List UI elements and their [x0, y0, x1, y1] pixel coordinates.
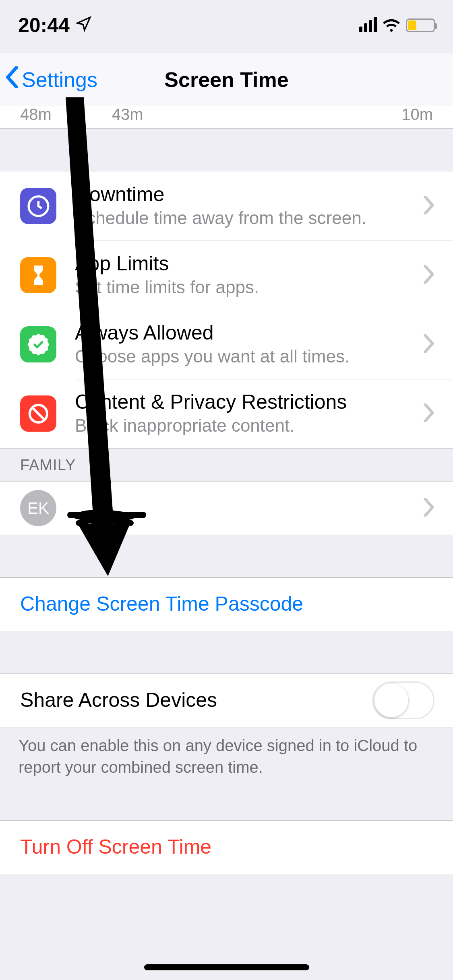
svg-line-2 — [32, 408, 44, 420]
home-indicator — [144, 964, 309, 970]
peek-value: 10m — [401, 106, 433, 124]
chevron-right-icon — [423, 404, 434, 424]
turn-off-screen-time-row[interactable]: Turn Off Screen Time — [0, 821, 453, 874]
battery-icon — [406, 19, 435, 32]
content-area: 48m 43m 10m Downtime Schedule time away … — [0, 106, 453, 980]
chevron-right-icon — [423, 334, 434, 354]
share-across-devices-row[interactable]: Share Across Devices — [0, 674, 453, 727]
screentime-settings-group: Downtime Schedule time away from the scr… — [0, 171, 453, 449]
chevron-right-icon — [423, 265, 434, 285]
family-member-row[interactable]: EK — [0, 482, 453, 535]
nav-bar: Settings Screen Time — [0, 53, 453, 106]
downtime-row[interactable]: Downtime Schedule time away from the scr… — [0, 171, 453, 241]
peek-value: 43m — [112, 106, 143, 124]
status-bar: 20:44 — [0, 0, 453, 53]
chevron-left-icon — [5, 66, 19, 93]
always-allowed-icon — [20, 326, 56, 362]
row-subtitle: Block inappropriate content. — [75, 415, 415, 436]
app-limits-icon — [20, 257, 56, 293]
row-subtitle: Set time limits for apps. — [75, 277, 415, 298]
location-icon — [75, 14, 92, 37]
content-restrictions-row[interactable]: Content & Privacy Restrictions Block ina… — [0, 379, 453, 448]
row-title: Share Across Devices — [20, 689, 364, 712]
row-subtitle: Schedule time away from the screen. — [75, 208, 415, 229]
app-limits-row[interactable]: App Limits Set time limits for apps. — [0, 241, 453, 310]
usage-chart-peek: 48m 43m 10m — [0, 106, 453, 129]
back-button[interactable]: Settings — [5, 66, 97, 93]
family-group: EK — [0, 481, 453, 535]
row-subtitle: Choose apps you want at all times. — [75, 346, 415, 367]
chevron-right-icon — [423, 196, 434, 216]
peek-value: 48m — [20, 106, 52, 124]
row-title: Downtime — [75, 183, 415, 206]
passcode-group: Change Screen Time Passcode — [0, 577, 453, 631]
restrictions-icon — [20, 395, 56, 432]
always-allowed-row[interactable]: Always Allowed Choose apps you want at a… — [0, 310, 453, 379]
share-toggle[interactable] — [372, 681, 434, 719]
chevron-right-icon — [423, 498, 434, 518]
downtime-icon — [20, 188, 56, 224]
share-group: Share Across Devices — [0, 673, 453, 727]
status-time: 20:44 — [18, 14, 70, 37]
change-passcode-row[interactable]: Change Screen Time Passcode — [0, 578, 453, 631]
row-title: App Limits — [75, 252, 415, 276]
row-title: Turn Off Screen Time — [20, 836, 426, 859]
row-title: Content & Privacy Restrictions — [75, 391, 415, 414]
family-section-header: FAMILY — [0, 449, 453, 481]
wifi-icon — [382, 14, 401, 37]
avatar: EK — [20, 490, 56, 526]
back-label: Settings — [22, 68, 97, 92]
turn-off-group: Turn Off Screen Time — [0, 820, 453, 874]
page-title: Screen Time — [164, 68, 288, 92]
cellular-signal-icon — [359, 17, 377, 34]
row-title: Change Screen Time Passcode — [20, 593, 426, 616]
row-title: Always Allowed — [75, 321, 415, 345]
family-member-name — [75, 496, 415, 520]
share-footer: You can enable this on any device signed… — [0, 727, 453, 778]
